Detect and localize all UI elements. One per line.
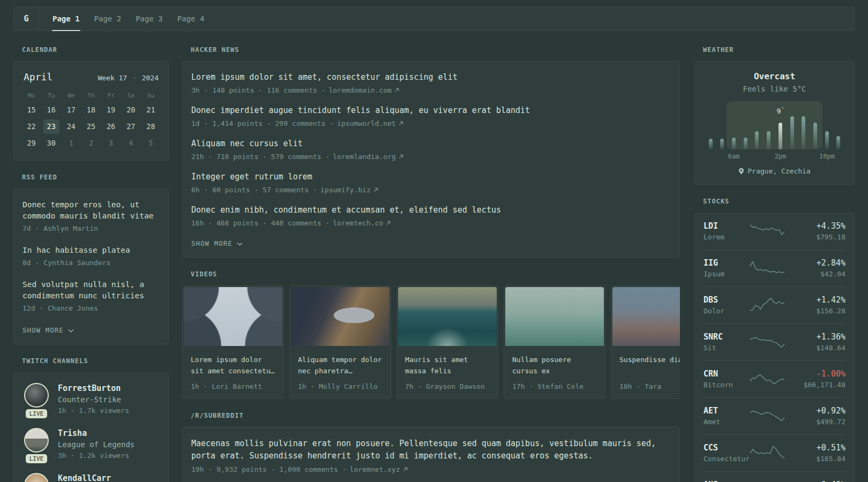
stock-price-block: +0.92%$499.72 [785, 405, 845, 427]
twitch-channel-name[interactable]: Trisha [58, 428, 134, 439]
twitch-channel[interactable]: LIVETrishaLeague of Legends3h · 1.2k vie… [23, 428, 160, 463]
video-title[interactable]: Mauris sit amet massa felis [405, 354, 490, 376]
widget-weather: WEATHER Overcast Feels like 5°C 9° 6am2p… [694, 46, 855, 185]
twitch-section-title: TWITCH CHANNELS [22, 357, 169, 365]
videos-carousel: Lorem ipsum dolor sit amet consectetu…1h… [182, 285, 680, 399]
stock-sparkline [750, 332, 785, 352]
hn-item-title[interactable]: Donec imperdiet augue tincidunt felis al… [191, 105, 671, 116]
video-channel-meta[interactable]: 18h · Tara [619, 382, 680, 390]
stock-row[interactable]: CCSConsectetur+0.51%$165.84 [703, 434, 846, 471]
video-channel-meta[interactable]: 17h · Stefan Cole [512, 382, 597, 390]
stock-change: +1.36% [785, 332, 845, 342]
tab-page-4[interactable]: Page 4 [177, 7, 205, 31]
calendar-day-header: Sa [121, 89, 141, 103]
stock-symbol-block: LDILorem [704, 221, 750, 242]
twitch-channel[interactable]: KendallCarr [23, 473, 160, 482]
avatar [24, 428, 49, 453]
weather-bar [802, 116, 805, 149]
rss-section-title: RSS FEED [22, 174, 169, 182]
calendar-day: 17 [61, 103, 81, 119]
stock-row[interactable]: IIGIpsum+2.84%$42.04 [703, 250, 846, 287]
subreddit-post-title[interactable]: Maecenas mollis pulvinar erat non posuer… [191, 438, 671, 462]
video-card: Aliquam tempor dolor nec pharetra…1h · M… [289, 285, 391, 399]
weather-bar [732, 138, 736, 150]
twitch-channel-name[interactable]: ForrestBurton [58, 383, 129, 394]
stock-row[interactable]: DBSDolor+1.42%$156.28 [703, 287, 846, 323]
video-title[interactable]: Nullam posuere cursus ex [512, 354, 597, 376]
weather-time-labels: 6am2pm10pm [709, 152, 841, 161]
calendar-day-header: Fr [101, 89, 121, 103]
page-columns: CALENDAR April Week 17 · 2024 MoTuWeThFr… [13, 46, 855, 482]
rss-list: Donec tempor eros leo, ut commodo mauris… [23, 199, 160, 313]
stock-row[interactable]: CRNBitcorn-1.00%$66,171.48 [703, 360, 846, 397]
video-title[interactable]: Aliquam tempor dolor nec pharetra… [298, 354, 383, 376]
video-thumbnail[interactable] [291, 287, 390, 346]
hn-item-title[interactable]: Integer eget rutrum lorem [191, 171, 671, 183]
video-thumbnail[interactable] [398, 287, 497, 346]
tab-page-1[interactable]: Page 1 [52, 7, 80, 31]
video-thumbnail[interactable] [184, 287, 282, 346]
subreddit-section-title: /R/SUBREDDIT [191, 412, 680, 420]
hn-item-title[interactable]: Lorem ipsum dolor sit amet, consectetur … [191, 72, 671, 83]
video-channel-meta[interactable]: 7h · Grayson Dawson [405, 382, 490, 390]
stock-name: Consectetur [704, 454, 750, 464]
video-card-body: Nullam posuere cursus ex17h · Stefan Col… [504, 347, 605, 398]
calendar-day: 2 [81, 136, 101, 153]
weather-bar [767, 131, 770, 149]
hn-item-domain-link[interactable]: ipsumify.biz [320, 185, 378, 195]
hn-item-title[interactable]: Donec enim nibh, condimentum et accumsan… [191, 205, 671, 216]
stock-row[interactable]: AETAmet+0.92%$499.72 [703, 397, 846, 434]
video-card-body: Mauris sit amet massa felis7h · Grayson … [397, 347, 498, 398]
weather-condition: Overcast [705, 71, 844, 82]
video-channel-meta[interactable]: 1h · Molly Carrillo [298, 382, 383, 390]
hn-item: Donec enim nibh, condimentum et accumsan… [191, 205, 671, 228]
widget-subreddit: /R/SUBREDDIT Maecenas mollis pulvinar er… [182, 412, 680, 482]
hn-item-title[interactable]: Aliquam nec cursus elit [191, 138, 671, 149]
video-title[interactable]: Lorem ipsum dolor sit amet consectetu… [191, 354, 275, 376]
hn-item-meta: 16h · 468 points · 440 comments ·loremte… [191, 218, 671, 228]
video-thumbnail[interactable] [505, 287, 604, 346]
stock-price: $499.72 [785, 417, 845, 427]
hn-item-domain-link[interactable]: loremdomain.com [328, 85, 399, 95]
video-card: Mauris sit amet massa felis7h · Grayson … [396, 285, 498, 399]
weather-bar [744, 138, 747, 150]
stock-symbol-block: CRNBitcorn [704, 368, 750, 390]
weather-current-temp: 9° [777, 106, 784, 115]
column-right: WEATHER Overcast Feels like 5°C 9° 6am2p… [694, 46, 855, 482]
stock-change: +2.84% [785, 258, 845, 268]
hn-item-domain-link[interactable]: loremlandia.org [333, 152, 403, 162]
video-channel-meta[interactable]: 1h · Lori Barnett [191, 382, 275, 390]
calendar-day: 1 [61, 136, 81, 153]
calendar-day: 24 [61, 119, 81, 136]
nav-tabs: Page 1Page 2Page 3Page 4 [39, 7, 205, 31]
stock-sparkline [750, 258, 785, 278]
twitch-channel[interactable]: LIVEForrestBurtonCounter-Strike1h · 1.7k… [23, 383, 160, 418]
rss-show-more-button[interactable]: SHOW MORE [23, 326, 74, 334]
hn-show-more-button[interactable]: SHOW MORE [191, 239, 243, 247]
rss-item-title[interactable]: In hac habitasse platea [23, 245, 160, 256]
hn-item: Integer eget rutrum lorem6h · 60 points … [191, 171, 671, 195]
rss-item-title[interactable]: Donec tempor eros leo, ut commodo mauris… [23, 199, 160, 222]
widget-videos: VIDEOS Lorem ipsum dolor sit amet consec… [182, 270, 680, 399]
rss-item-title[interactable]: Sed volutpat nulla nisl, a condimentum n… [23, 279, 160, 302]
app-logo[interactable]: G [14, 7, 39, 31]
hn-item-domain-link[interactable]: loremtech.co [333, 218, 391, 228]
stock-row[interactable]: AHSAliquam+0.46%$88.12 [703, 471, 846, 482]
stock-symbol: SNRC [704, 332, 750, 342]
tab-page-2[interactable]: Page 2 [94, 7, 122, 31]
external-link-icon [399, 121, 403, 126]
stock-price: $42.04 [785, 269, 845, 279]
video-thumbnail[interactable] [612, 287, 680, 346]
avatar [24, 383, 49, 408]
stock-row[interactable]: LDILorem+4.35%$795.18 [703, 213, 846, 250]
video-title[interactable]: Suspendisse diam [619, 354, 680, 376]
stock-sparkline [750, 443, 785, 463]
stock-symbol: AET [704, 405, 750, 416]
stock-row[interactable]: SNRCSit+1.36%$148.64 [703, 323, 846, 360]
widget-stocks: STOCKS LDILorem+4.35%$795.18IIGIpsum+2.8… [694, 198, 855, 482]
stock-name: Bitcorn [704, 380, 750, 390]
subreddit-post-domain-link[interactable]: loremnet.xyz [350, 464, 408, 475]
twitch-channel-name[interactable]: KendallCarr [58, 473, 111, 482]
tab-page-3[interactable]: Page 3 [135, 7, 163, 31]
hn-item-domain-link[interactable]: ipsumworld.net [337, 118, 403, 129]
